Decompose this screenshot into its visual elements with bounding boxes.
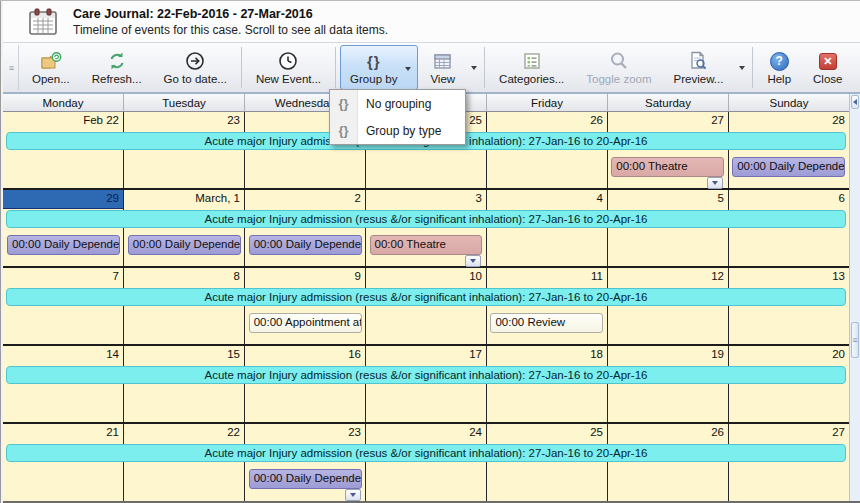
help-button[interactable]: ? Help	[757, 45, 801, 90]
event-cell	[245, 155, 366, 188]
window-frame	[0, 1, 3, 503]
event-theatre[interactable]: 00:00 Theatre	[611, 157, 724, 177]
event-daily[interactable]: 00:00 Daily Dependenc	[249, 235, 362, 255]
admission-banner[interactable]: Acute major Injury admission (resus &/or…	[6, 444, 846, 462]
event-expand-arrow[interactable]	[345, 489, 361, 501]
date-label: 23	[245, 424, 365, 443]
event-daily[interactable]: 00:00 Daily Dependenc	[128, 235, 241, 255]
view-button-label: View	[430, 73, 455, 85]
admission-banner[interactable]: Acute major Injury admission (resus &/or…	[6, 366, 846, 384]
event-cell	[366, 311, 487, 344]
chevron-down-icon	[471, 66, 477, 70]
preview-document-icon	[688, 50, 708, 72]
date-label: 3	[366, 190, 486, 209]
scrollbar-collapse-button[interactable]	[851, 95, 859, 109]
events-row	[3, 389, 849, 422]
day-header-tuesday: Tuesday	[124, 94, 245, 111]
close-icon: ✕	[819, 53, 837, 70]
view-dropdown-button[interactable]	[467, 49, 480, 86]
refresh-icon	[107, 50, 127, 72]
date-label: 15	[124, 346, 244, 365]
refresh-button[interactable]: Refresh...	[82, 45, 152, 90]
event-plain[interactable]: 00:00 Appointment at c	[249, 313, 362, 333]
event-cell	[728, 233, 849, 266]
header: Care Journal: 22-Feb-2016 - 27-Mar-2016 …	[3, 1, 860, 42]
open-button[interactable]: Open...	[22, 45, 80, 90]
open-button-label: Open...	[32, 73, 70, 85]
toolbar-separator	[335, 47, 336, 88]
event-cell	[366, 155, 487, 188]
event-cell: 00:00 Daily Dependenc	[245, 233, 366, 266]
event-cell	[728, 467, 849, 501]
event-cell	[607, 233, 728, 266]
view-button[interactable]: View	[420, 45, 465, 90]
group-by-button[interactable]: {} Group by	[340, 45, 418, 90]
event-cell	[124, 467, 245, 501]
admission-banner[interactable]: Acute major Injury admission (resus &/or…	[6, 288, 846, 306]
event-cell	[486, 155, 607, 188]
date-label: 17	[366, 346, 486, 365]
date-label: 28	[729, 112, 849, 131]
event-cell	[124, 389, 245, 422]
preview-button[interactable]: Preview...	[664, 45, 734, 90]
event-cell	[3, 311, 124, 344]
menu-item-group-by-type[interactable]: {} Group by type	[330, 117, 465, 144]
close-button[interactable]: ✕ Close	[803, 45, 852, 90]
chevron-down-icon	[739, 66, 745, 70]
new-event-button-label: New Event...	[256, 73, 321, 85]
date-label: 22	[124, 424, 244, 443]
magnifier-icon	[609, 50, 629, 72]
open-folder-icon	[40, 50, 62, 72]
go-to-date-button-label: Go to date...	[164, 73, 227, 85]
braces-icon: {}	[330, 123, 357, 138]
go-to-date-button[interactable]: Go to date...	[154, 45, 237, 90]
preview-dropdown-button[interactable]	[735, 49, 748, 86]
event-daily[interactable]: 00:00 Daily Dependenc	[732, 157, 845, 177]
event-cell	[607, 389, 728, 422]
admission-banner[interactable]: Acute major Injury admission (resus &/or…	[6, 210, 846, 228]
date-label: 20	[729, 346, 849, 365]
date-label: 23	[124, 112, 244, 131]
date-label: 10	[366, 268, 486, 287]
event-daily[interactable]: 00:00 Daily Dependenc	[7, 235, 120, 255]
event-cell	[245, 389, 366, 422]
new-event-button[interactable]: New Event...	[246, 45, 331, 90]
date-label: 5	[608, 190, 728, 209]
event-plain[interactable]: 00:00 Review	[490, 313, 603, 333]
events-row: 00:00 Theatre00:00 Daily Dependenc	[3, 155, 849, 188]
event-cell	[3, 155, 124, 188]
vertical-scrollbar[interactable]	[849, 94, 860, 501]
clock-icon	[278, 50, 298, 72]
menu-item-no-grouping[interactable]: {} No grouping	[330, 90, 465, 117]
toggle-zoom-button: Toggle zoom	[576, 45, 661, 90]
event-cell	[486, 467, 607, 501]
toolbar-separator	[752, 47, 753, 88]
event-expand-arrow[interactable]	[707, 177, 723, 189]
menu-item-label: No grouping	[366, 97, 431, 111]
event-cell	[3, 467, 124, 501]
date-label: 19	[608, 346, 728, 365]
event-cell	[366, 389, 487, 422]
categories-button-label: Categories...	[499, 73, 564, 85]
event-expand-arrow[interactable]	[465, 255, 481, 267]
date-label: 18	[487, 346, 607, 365]
date-label: Feb 22	[3, 112, 123, 131]
event-cell: 00:00 Daily Dependenc	[3, 233, 124, 266]
scrollbar-thumb[interactable]	[851, 322, 859, 358]
event-daily[interactable]: 00:00 Daily Dependenc	[249, 469, 362, 489]
braces-icon: {}	[367, 50, 381, 72]
date-label: 2	[245, 190, 365, 209]
care-journal-window: Care Journal: 22-Feb-2016 - 27-Mar-2016 …	[0, 0, 860, 503]
date-label: 29	[3, 190, 123, 209]
day-header-saturday: Saturday	[608, 94, 729, 111]
event-cell	[3, 389, 124, 422]
categories-button[interactable]: Categories...	[489, 45, 574, 90]
events-row: 00:00 Appointment at c00:00 Review	[3, 311, 849, 344]
event-theatre[interactable]: 00:00 Theatre	[370, 235, 483, 255]
event-cell: 00:00 Daily Dependenc	[728, 155, 849, 188]
event-cell	[124, 311, 245, 344]
toolbar-grip[interactable]: ≡	[5, 45, 19, 90]
refresh-button-label: Refresh...	[92, 73, 142, 85]
date-label: 21	[3, 424, 123, 443]
toolbar-separator	[241, 47, 242, 88]
